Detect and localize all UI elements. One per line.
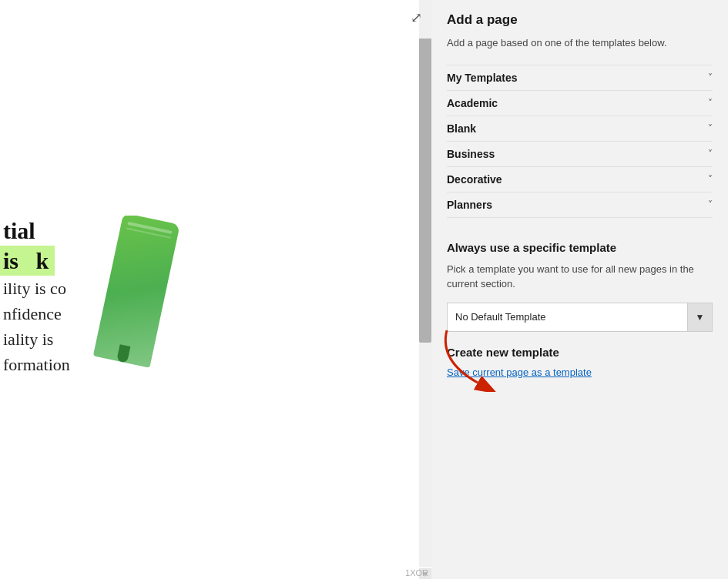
template-category-my-templates[interactable]: My Templates ˅: [447, 65, 713, 91]
always-desc: Pick a template you want to use for all …: [447, 262, 713, 292]
chevron-icon-4: ˅: [708, 174, 713, 185]
template-category-label-5: Planners: [447, 199, 492, 211]
template-category-label-4: Decorative: [447, 173, 502, 186]
template-category-decorative[interactable]: Decorative ˅: [447, 167, 713, 192]
template-category-label-3: Business: [447, 148, 495, 160]
template-category-blank[interactable]: Blank ˅: [447, 116, 713, 142]
chevron-icon-2: ˅: [708, 123, 713, 134]
add-page-section: Add a page Add a page based on one of th…: [447, 12, 713, 218]
dropdown-arrow-button[interactable]: ▼: [687, 303, 712, 331]
expand-icon[interactable]: ⤢: [411, 9, 422, 26]
always-title: Always use a specific template: [447, 241, 713, 254]
scroll-thumb[interactable]: [419, 42, 431, 343]
add-page-subtitle: Add a page based on one of the templates…: [447, 35, 713, 51]
right-panel: Add a page Add a page based on one of th…: [431, 0, 728, 579]
create-template-section: Create new template Save current page as…: [447, 346, 713, 379]
template-category-academic[interactable]: Academic ˅: [447, 91, 713, 116]
watermark: 1XOR: [402, 567, 431, 579]
chevron-icon-3: ˅: [708, 149, 713, 159]
default-template-select[interactable]: No Default Template: [448, 305, 687, 329]
template-category-business[interactable]: Business ˅: [447, 142, 713, 167]
template-category-list: My Templates ˅ Academic ˅ Blank ˅ Busine…: [447, 65, 713, 218]
always-section: Always use a specific template Pick a te…: [447, 241, 713, 332]
template-category-label-0: My Templates: [447, 72, 518, 84]
chevron-icon-1: ˅: [708, 98, 713, 109]
document-content: tial is k ility is co nfidence iality is…: [0, 0, 419, 579]
create-template-title: Create new template: [447, 346, 713, 359]
template-category-label-2: Blank: [447, 122, 476, 135]
document-panel: ⤢ tial is k ility is co nfidence iality …: [0, 0, 431, 579]
add-page-title: Add a page: [447, 12, 713, 28]
chevron-icon-5: ˅: [708, 199, 713, 210]
scrollbar-track: ▲ ▼: [419, 0, 431, 579]
template-category-label-1: Academic: [447, 97, 498, 109]
save-current-page-link[interactable]: Save current page as a template: [447, 366, 592, 378]
default-template-dropdown-container[interactable]: No Default Template ▼: [447, 303, 713, 332]
chevron-icon-0: ˅: [708, 72, 713, 83]
template-category-planners[interactable]: Planners ˅: [447, 192, 713, 218]
